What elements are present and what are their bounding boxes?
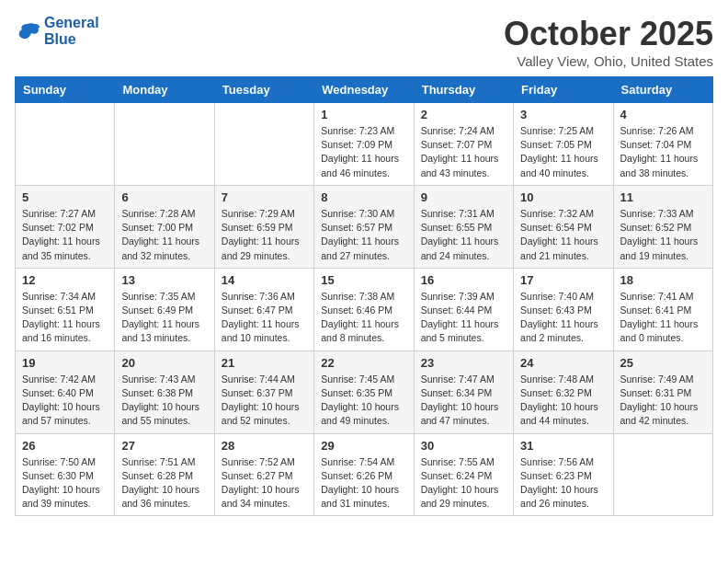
weekday-header-monday: Monday [115,77,214,103]
calendar-cell: 12Sunrise: 7:34 AM Sunset: 6:51 PM Dayli… [16,268,115,350]
day-number: 13 [121,273,207,287]
calendar-cell: 15Sunrise: 7:38 AM Sunset: 6:46 PM Dayli… [314,268,414,350]
day-info: Sunrise: 7:41 AM Sunset: 6:41 PM Dayligh… [620,290,706,346]
weekday-header-saturday: Saturday [613,77,712,103]
day-info: Sunrise: 7:39 AM Sunset: 6:44 PM Dayligh… [421,290,506,346]
calendar-cell: 7Sunrise: 7:29 AM Sunset: 6:59 PM Daylig… [214,185,313,268]
day-info: Sunrise: 7:27 AM Sunset: 7:02 PM Dayligh… [22,207,108,263]
day-info: Sunrise: 7:51 AM Sunset: 6:28 PM Dayligh… [121,455,207,511]
calendar-cell: 14Sunrise: 7:36 AM Sunset: 6:47 PM Dayli… [214,268,313,350]
calendar-cell: 29Sunrise: 7:54 AM Sunset: 6:26 PM Dayli… [314,433,414,516]
day-info: Sunrise: 7:50 AM Sunset: 6:30 PM Dayligh… [22,455,108,511]
day-number: 11 [620,190,706,204]
calendar-cell: 4Sunrise: 7:26 AM Sunset: 7:04 PM Daylig… [613,103,712,186]
calendar-cell: 3Sunrise: 7:25 AM Sunset: 7:05 PM Daylig… [514,103,613,186]
calendar-cell: 5Sunrise: 7:27 AM Sunset: 7:02 PM Daylig… [16,185,115,268]
day-info: Sunrise: 7:34 AM Sunset: 6:51 PM Dayligh… [22,290,108,346]
calendar-cell: 31Sunrise: 7:56 AM Sunset: 6:23 PM Dayli… [514,433,613,516]
logo-text: General Blue [44,15,99,47]
calendar-week-row: 26Sunrise: 7:50 AM Sunset: 6:30 PM Dayli… [16,433,713,516]
day-info: Sunrise: 7:28 AM Sunset: 7:00 PM Dayligh… [121,207,207,263]
day-number: 15 [321,273,406,287]
day-number: 3 [520,108,606,121]
day-info: Sunrise: 7:44 AM Sunset: 6:37 PM Dayligh… [222,373,307,429]
calendar-week-row: 1Sunrise: 7:23 AM Sunset: 7:09 PM Daylig… [16,103,713,186]
calendar-cell: 22Sunrise: 7:45 AM Sunset: 6:35 PM Dayli… [314,350,414,433]
day-number: 7 [222,190,307,204]
calendar-cell: 25Sunrise: 7:49 AM Sunset: 6:31 PM Dayli… [613,350,712,433]
day-number: 2 [421,108,506,121]
day-number: 5 [22,190,108,204]
day-info: Sunrise: 7:30 AM Sunset: 6:57 PM Dayligh… [321,207,406,263]
calendar-table: SundayMondayTuesdayWednesdayThursdayFrid… [15,76,713,516]
day-info: Sunrise: 7:54 AM Sunset: 6:26 PM Dayligh… [321,455,406,511]
day-info: Sunrise: 7:38 AM Sunset: 6:46 PM Dayligh… [321,290,406,346]
day-info: Sunrise: 7:36 AM Sunset: 6:47 PM Dayligh… [222,290,307,346]
day-info: Sunrise: 7:23 AM Sunset: 7:09 PM Dayligh… [321,124,406,180]
calendar-cell: 21Sunrise: 7:44 AM Sunset: 6:37 PM Dayli… [214,350,313,433]
day-info: Sunrise: 7:25 AM Sunset: 7:05 PM Dayligh… [520,124,606,180]
calendar-header: SundayMondayTuesdayWednesdayThursdayFrid… [16,77,713,103]
calendar-cell: 10Sunrise: 7:32 AM Sunset: 6:54 PM Dayli… [514,185,613,268]
day-number: 12 [22,273,108,287]
calendar-cell [214,103,313,186]
calendar-cell [16,103,115,186]
weekday-header-row: SundayMondayTuesdayWednesdayThursdayFrid… [16,77,713,103]
logo: General Blue [15,15,99,47]
day-info: Sunrise: 7:55 AM Sunset: 6:24 PM Dayligh… [421,455,506,511]
calendar-cell: 13Sunrise: 7:35 AM Sunset: 6:49 PM Dayli… [115,268,214,350]
calendar-cell: 16Sunrise: 7:39 AM Sunset: 6:44 PM Dayli… [414,268,513,350]
weekday-header-thursday: Thursday [414,77,513,103]
calendar-cell: 20Sunrise: 7:43 AM Sunset: 6:38 PM Dayli… [115,350,214,433]
calendar-cell [613,433,712,516]
day-number: 18 [620,273,706,287]
calendar-body: 1Sunrise: 7:23 AM Sunset: 7:09 PM Daylig… [16,103,713,516]
day-info: Sunrise: 7:42 AM Sunset: 6:40 PM Dayligh… [22,373,108,429]
day-number: 9 [421,190,506,204]
calendar-cell: 8Sunrise: 7:30 AM Sunset: 6:57 PM Daylig… [314,185,414,268]
day-number: 27 [121,439,207,453]
day-number: 22 [321,356,406,370]
day-info: Sunrise: 7:31 AM Sunset: 6:55 PM Dayligh… [421,207,506,263]
weekday-header-tuesday: Tuesday [214,77,313,103]
calendar-cell [115,103,214,186]
calendar-cell: 1Sunrise: 7:23 AM Sunset: 7:09 PM Daylig… [314,103,414,186]
day-number: 20 [121,356,207,370]
day-number: 25 [620,356,706,370]
calendar-cell: 26Sunrise: 7:50 AM Sunset: 6:30 PM Dayli… [16,433,115,516]
day-info: Sunrise: 7:29 AM Sunset: 6:59 PM Dayligh… [222,207,307,263]
calendar-week-row: 12Sunrise: 7:34 AM Sunset: 6:51 PM Dayli… [16,268,713,350]
day-number: 31 [520,439,606,453]
day-number: 29 [321,439,406,453]
title-block: October 2025 Valley View, Ohio, United S… [504,15,713,69]
weekday-header-sunday: Sunday [16,77,115,103]
day-number: 6 [121,190,207,204]
day-number: 8 [321,190,406,204]
calendar-cell: 2Sunrise: 7:24 AM Sunset: 7:07 PM Daylig… [414,103,513,186]
day-info: Sunrise: 7:40 AM Sunset: 6:43 PM Dayligh… [520,290,606,346]
day-number: 4 [620,108,706,121]
day-info: Sunrise: 7:52 AM Sunset: 6:27 PM Dayligh… [222,455,307,511]
day-info: Sunrise: 7:35 AM Sunset: 6:49 PM Dayligh… [121,290,207,346]
day-number: 26 [22,439,108,453]
calendar-cell: 30Sunrise: 7:55 AM Sunset: 6:24 PM Dayli… [414,433,513,516]
day-info: Sunrise: 7:49 AM Sunset: 6:31 PM Dayligh… [620,373,706,429]
calendar-cell: 28Sunrise: 7:52 AM Sunset: 6:27 PM Dayli… [214,433,313,516]
day-number: 10 [520,190,606,204]
weekday-header-wednesday: Wednesday [314,77,414,103]
calendar-cell: 24Sunrise: 7:48 AM Sunset: 6:32 PM Dayli… [514,350,613,433]
day-number: 1 [321,108,406,121]
calendar-cell: 18Sunrise: 7:41 AM Sunset: 6:41 PM Dayli… [613,268,712,350]
day-info: Sunrise: 7:45 AM Sunset: 6:35 PM Dayligh… [321,373,406,429]
day-info: Sunrise: 7:56 AM Sunset: 6:23 PM Dayligh… [520,455,606,511]
logo-icon [15,20,40,42]
weekday-header-friday: Friday [514,77,613,103]
day-number: 14 [222,273,307,287]
calendar-cell: 9Sunrise: 7:31 AM Sunset: 6:55 PM Daylig… [414,185,513,268]
day-info: Sunrise: 7:24 AM Sunset: 7:07 PM Dayligh… [421,124,506,180]
day-info: Sunrise: 7:32 AM Sunset: 6:54 PM Dayligh… [520,207,606,263]
day-info: Sunrise: 7:43 AM Sunset: 6:38 PM Dayligh… [121,373,207,429]
day-number: 23 [421,356,506,370]
calendar-cell: 27Sunrise: 7:51 AM Sunset: 6:28 PM Dayli… [115,433,214,516]
calendar-cell: 19Sunrise: 7:42 AM Sunset: 6:40 PM Dayli… [16,350,115,433]
